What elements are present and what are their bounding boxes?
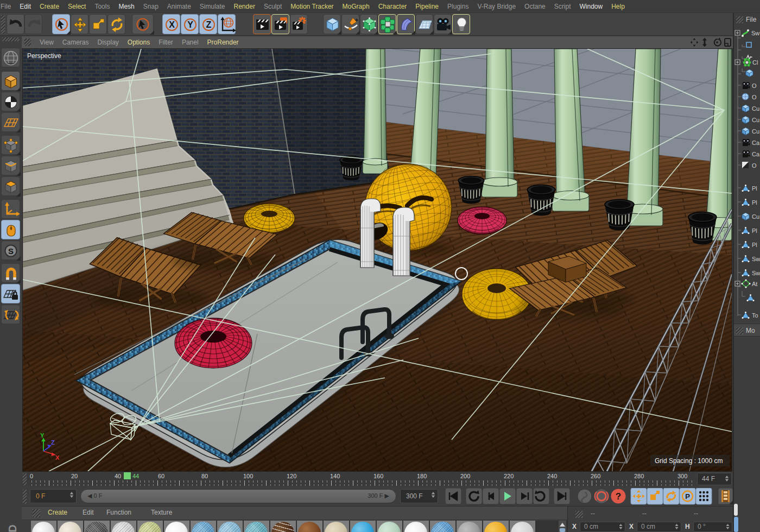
svg-text:0: 0: [30, 473, 33, 479]
svg-text:Pl: Pl: [752, 242, 757, 248]
svg-text:260: 260: [591, 473, 600, 479]
svg-text:S: S: [8, 246, 14, 256]
svg-text:To: To: [752, 312, 758, 319]
svg-text:120: 120: [287, 473, 296, 479]
svg-text:200: 200: [460, 473, 470, 479]
svg-text:60: 60: [158, 473, 164, 479]
svg-text:140: 140: [330, 473, 340, 479]
svg-text:300: 300: [677, 473, 687, 479]
svg-text:Cu: Cu: [752, 105, 759, 112]
svg-text:Cu: Cu: [752, 128, 759, 135]
svg-text:Sw: Sw: [752, 256, 760, 262]
svg-text:Z: Z: [51, 439, 55, 446]
svg-text:180: 180: [417, 473, 427, 479]
svg-text:Z: Z: [206, 20, 212, 29]
svg-text:Ca: Ca: [752, 140, 760, 146]
svg-text:40: 40: [115, 473, 121, 479]
svg-text:Pl: Pl: [752, 199, 757, 206]
svg-text:Y: Y: [40, 432, 45, 439]
svg-text:O: O: [752, 94, 757, 100]
svg-text:Y: Y: [187, 20, 193, 29]
svg-text:Ca: Ca: [752, 151, 760, 157]
svg-text:Pl: Pl: [752, 185, 757, 192]
svg-text:Perspective: Perspective: [27, 52, 61, 60]
svg-text:44: 44: [132, 473, 139, 479]
svg-text:O: O: [752, 83, 757, 89]
svg-text:80: 80: [201, 473, 208, 479]
svg-text:Cl: Cl: [752, 59, 758, 66]
svg-text:Sw: Sw: [751, 30, 759, 36]
svg-text:?: ?: [616, 491, 621, 502]
svg-text:X: X: [169, 20, 175, 29]
svg-text:20: 20: [71, 473, 78, 479]
svg-text:280: 280: [634, 473, 644, 479]
svg-text:P: P: [685, 492, 690, 501]
svg-text:O: O: [752, 162, 757, 169]
svg-text:Cu: Cu: [752, 117, 759, 123]
svg-text:Cu: Cu: [752, 213, 759, 220]
svg-text:At: At: [752, 281, 757, 287]
svg-text:160: 160: [373, 473, 383, 479]
svg-text:X: X: [55, 454, 60, 461]
svg-text:100: 100: [243, 473, 253, 479]
svg-text:240: 240: [547, 473, 557, 479]
svg-text:Sw: Sw: [752, 270, 760, 276]
svg-text:Grid Spacing : 1000 cm: Grid Spacing : 1000 cm: [655, 457, 723, 465]
svg-text:Pl: Pl: [752, 227, 757, 234]
svg-text:220: 220: [504, 473, 514, 479]
